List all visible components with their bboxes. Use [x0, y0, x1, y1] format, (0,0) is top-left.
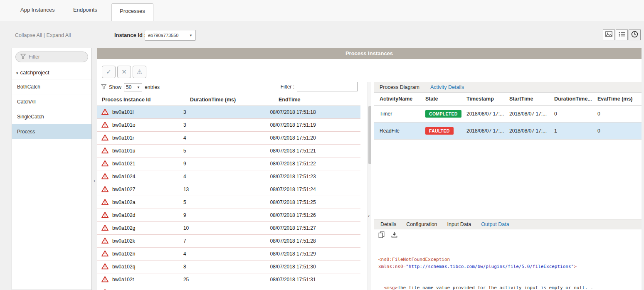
caret-down-icon: ▾ — [16, 71, 18, 75]
scrollbar-thumb[interactable] — [368, 106, 371, 164]
table-row[interactable]: bw0a102k 7 08/07/2018 17:51:28 — [97, 235, 360, 248]
endtime-cell: 08/07/2018 17:51:31 — [270, 277, 360, 283]
instance-id: bw0a102n — [112, 251, 135, 257]
table-row[interactable]: bw0a102d 9 08/07/2018 17:51:26 — [97, 209, 360, 222]
activity-starttime: 2018/08/07 17:... — [509, 128, 554, 134]
instance-id: bw0a102a — [112, 199, 135, 205]
list-view-button[interactable] — [616, 29, 628, 40]
tab-output-data[interactable]: Output Data — [481, 221, 509, 227]
duration-cell: 9 — [183, 161, 270, 167]
fault-warning-icon — [101, 173, 109, 181]
activity-evaltime: 0 — [597, 128, 642, 134]
table-row[interactable]: bw0a101u 5 08/07/2018 17:51:21 — [97, 145, 360, 157]
xml-line: <ns0:FileNotFoundException xmlns:ns0="ht… — [378, 256, 640, 270]
column-header-state[interactable]: State — [425, 96, 466, 102]
history-view-button[interactable] — [629, 29, 641, 40]
table-row[interactable]: bw0a102q 8 08/07/2018 17:51:30 — [97, 261, 360, 273]
fault-warning-icon — [101, 147, 109, 155]
tree-expand-controls: Collapse All | Expand All — [15, 32, 71, 38]
table-row[interactable]: bw0a1027 13 08/07/2018 17:51:24 — [97, 183, 360, 196]
fault-warning-icon — [101, 224, 109, 232]
instance-id: bw0a1021 — [112, 161, 135, 167]
endtime-cell: 08/07/2018 17:51:22 — [270, 161, 360, 167]
column-header-durationtime[interactable]: DurationTime... — [554, 96, 597, 102]
tab-endpoints[interactable]: Endpoints — [73, 7, 97, 13]
tab-app-instances[interactable]: App Instances — [20, 7, 54, 13]
duration-cell: 4 — [183, 251, 270, 257]
sidebar-item-singlecatch[interactable]: SingleCatch — [12, 109, 91, 124]
column-header-timestamp[interactable]: Timestamp — [466, 96, 509, 102]
fault-warning-icon — [101, 186, 109, 194]
table-row[interactable]: bw0a101l 3 08/07/2018 17:51:18 — [97, 106, 360, 119]
instance-id: bw0a102d — [112, 212, 135, 218]
endtime-cell: 08/07/2018 17:51:28 — [270, 238, 360, 244]
sidebar-item-process[interactable]: Process — [12, 124, 91, 139]
copy-icon[interactable] — [378, 231, 385, 240]
table-row[interactable] — [97, 286, 360, 290]
tree-root-label: catchproject — [20, 69, 49, 76]
sidebar-filter-input[interactable] — [29, 54, 83, 60]
duration-cell: 3 — [183, 122, 270, 128]
fault-warning-icon — [101, 250, 109, 258]
download-icon[interactable] — [391, 231, 397, 240]
instance-id-value: eb790a773550 — [148, 33, 178, 38]
expand-all-link[interactable]: Expand All — [47, 32, 71, 38]
faulted-filter-button[interactable]: ⚠ — [133, 66, 146, 78]
duration-cell: 4 — [183, 174, 270, 179]
collapse-sidebar-handle[interactable]: ‹ — [94, 177, 95, 184]
completed-filter-button[interactable]: ✓ — [102, 66, 116, 78]
page-size-select[interactable]: 50 ▼ — [124, 83, 142, 91]
view-toggle-group — [603, 29, 641, 40]
activity-row-timer[interactable]: Timer COMPLETED 2018/08/07 17:... 2018/0… — [374, 106, 642, 123]
instance-id: bw0a102t — [112, 277, 134, 283]
collapse-all-link[interactable]: Collapse All — [15, 32, 42, 38]
tab-process-diagram[interactable]: Process Diagram — [380, 84, 419, 90]
tab-input-data[interactable]: Input Data — [447, 221, 471, 227]
column-header-starttime[interactable]: StartTime — [509, 96, 554, 102]
tab-configuration[interactable]: Configuration — [406, 221, 437, 227]
instance-id-label: Instance Id : — [114, 32, 146, 38]
panel-title: Process Instances — [97, 48, 642, 59]
instance-id-select[interactable]: eb790a773550 ▼ — [145, 30, 196, 41]
instances-filter-input[interactable] — [297, 82, 358, 91]
column-header-process-instance-id[interactable]: Process Instance Id — [102, 97, 151, 103]
table-row[interactable]: bw0a102n 4 08/07/2018 17:51:29 — [97, 248, 360, 261]
table-row[interactable]: bw0a1024 4 08/07/2018 17:51:23 — [97, 170, 360, 183]
instance-list-scrollbar[interactable]: ‹ — [368, 82, 371, 290]
column-header-activityname[interactable]: ActivityName — [374, 96, 425, 102]
list-controls: Show 50 ▼ entries Filter : — [101, 83, 362, 93]
tab-activity-details[interactable]: Activity Details — [430, 84, 464, 90]
clock-icon — [631, 31, 638, 39]
duration-cell: 8 — [183, 264, 270, 270]
table-row[interactable]: bw0a1021 9 08/07/2018 17:51:22 — [97, 157, 360, 170]
tree-root-catchproject[interactable]: ▾catchproject — [12, 66, 91, 79]
fault-warning-icon — [101, 237, 109, 245]
fault-warning-icon — [101, 276, 109, 284]
fault-warning-icon — [101, 199, 109, 206]
instance-id: bw0a1024 — [112, 174, 135, 179]
tab-processes[interactable]: Processes — [111, 3, 153, 21]
endtime-cell: 08/07/2018 17:51:24 — [270, 187, 360, 192]
cancelled-filter-button[interactable]: ✕ — [117, 66, 131, 78]
table-row[interactable]: bw0a102t 25 08/07/2018 17:51:31 — [97, 273, 360, 286]
endtime-cell: 08/07/2018 17:51:29 — [270, 251, 360, 257]
table-row[interactable]: bw0a101r 4 08/07/2018 17:51:20 — [97, 132, 360, 145]
table-row[interactable]: bw0a102g 10 08/07/2018 17:51:27 — [97, 222, 360, 235]
duration-cell: 9 — [183, 212, 270, 218]
sidebar-item-catchall[interactable]: CatchAll — [12, 94, 91, 109]
column-header-duration[interactable]: DurationTime (ms) — [190, 97, 236, 103]
table-row[interactable]: bw0a101o 3 08/07/2018 17:51:19 — [97, 119, 360, 132]
tab-details[interactable]: Details — [380, 221, 396, 227]
show-label: Show — [109, 84, 121, 90]
column-header-endtime[interactable]: EndTime — [279, 97, 301, 103]
table-row[interactable]: bw0a102a 5 08/07/2018 17:51:25 — [97, 196, 360, 209]
activity-timestamp: 2018/08/07 17:... — [466, 111, 509, 117]
duration-cell: 3 — [183, 109, 270, 115]
sidebar-item-bothcatch[interactable]: BothCatch — [12, 79, 91, 94]
status-badge: COMPLETED — [425, 110, 461, 118]
column-header-evaltime[interactable]: EvalTime (ms) — [597, 96, 642, 102]
collapse-panel-handle[interactable]: ‹ — [368, 213, 370, 219]
sub-toolbar: Collapse All | Expand All Instance Id : … — [0, 21, 644, 48]
activity-row-readfile[interactable]: ReadFile FAULTED 2018/08/07 17:... 2018/… — [374, 123, 642, 140]
diagram-view-button[interactable] — [603, 29, 615, 40]
